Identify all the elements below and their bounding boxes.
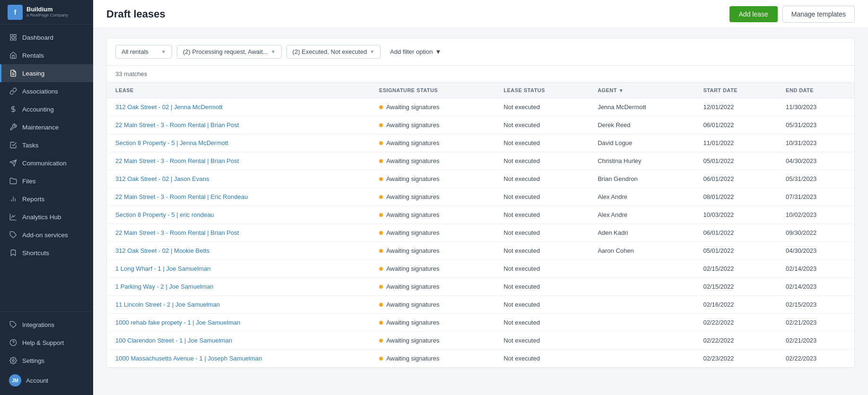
lease-status-cell: Not executed xyxy=(495,350,589,368)
lease-link[interactable]: 22 Main Street - 3 - Room Rental | Eric … xyxy=(115,193,248,200)
th-esignature_status: ESIGNATURE STATUS xyxy=(371,83,495,98)
status-filter[interactable]: (2) Processing request, Await... ▼ xyxy=(177,45,282,59)
lease-link[interactable]: Section 8 Property - 5 | Jenna McDermott xyxy=(115,139,228,146)
sidebar-item-label: Rentals xyxy=(22,52,44,59)
table-row: 1000 rehab fake propety - 1 | Joe Samuel… xyxy=(107,314,854,332)
status-dot xyxy=(379,159,383,163)
th-start_date: START DATE xyxy=(694,83,777,98)
table-row: 312 Oak Street - 02 | Jenna McDermott Aw… xyxy=(107,98,854,116)
top-bar: Draft leases Add lease Manage templates xyxy=(93,0,868,28)
sidebar-item-label: Reports xyxy=(22,196,44,203)
lease-status-cell: Not executed xyxy=(495,314,589,332)
sidebar-item-label: Files xyxy=(22,178,36,185)
table-row: 100 Clarendon Street - 1 | Joe Samuelman… xyxy=(107,332,854,350)
lease-link[interactable]: 100 Clarendon Street - 1 | Joe Samuelman xyxy=(115,337,232,344)
status-dot xyxy=(379,177,383,181)
sidebar-item-files[interactable]: Files xyxy=(0,172,93,190)
sidebar-item-account[interactable]: JM Account xyxy=(0,369,93,391)
esig-status-cell: Awaiting signatures xyxy=(371,332,495,350)
add-filter-option[interactable]: Add filter option ▼ xyxy=(385,45,446,58)
start-date-cell: 06/01/2022 xyxy=(694,116,777,134)
agent-cell: Brian Gendron xyxy=(589,170,694,188)
lease-link[interactable]: 22 Main Street - 3 - Room Rental | Brian… xyxy=(115,121,239,129)
lease-status-cell: Not executed xyxy=(495,224,589,242)
table-row: 22 Main Street - 3 - Room Rental | Brian… xyxy=(107,224,854,242)
lease-link[interactable]: 312 Oak Street - 02 | Mookie Betts xyxy=(115,247,209,254)
lease-link[interactable]: 312 Oak Street - 02 | Jason Evans xyxy=(115,175,209,182)
sidebar-bottom: Integrations Help & Support Settings JM … xyxy=(0,311,93,395)
table-body: 312 Oak Street - 02 | Jenna McDermott Aw… xyxy=(107,98,854,368)
status-dot xyxy=(379,267,383,271)
esig-status-label: Awaiting signatures xyxy=(386,103,440,111)
table-row: 22 Main Street - 3 - Room Rental | Brian… xyxy=(107,152,854,170)
sidebar-item-accounting[interactable]: Accounting xyxy=(0,100,93,118)
sidebar-item-shortcuts[interactable]: Shortcuts xyxy=(0,244,93,262)
lease-cell: 312 Oak Street - 02 | Mookie Betts xyxy=(107,242,371,260)
agent-cell: Christina Hurley xyxy=(589,152,694,170)
th-agent[interactable]: AGENT▼ xyxy=(589,83,694,98)
sidebar-item-label: Accounting xyxy=(22,106,54,113)
lease-link[interactable]: 312 Oak Street - 02 | Jenna McDermott xyxy=(115,103,223,111)
sidebar-nav: Dashboard Rentals Leasing Associations A… xyxy=(0,25,93,311)
start-date-cell: 02/15/2022 xyxy=(694,278,777,296)
lease-link[interactable]: 22 Main Street - 3 - Room Rental | Brian… xyxy=(115,157,239,164)
lease-cell: 22 Main Street - 3 - Room Rental | Brian… xyxy=(107,116,371,134)
leases-table: LEASEESIGNATURE STATUSLEASE STATUSAGENT▼… xyxy=(107,83,854,368)
send-icon xyxy=(9,159,17,167)
executed-filter[interactable]: (2) Executed, Not executed ▼ xyxy=(286,45,381,59)
esig-status-cell: Awaiting signatures xyxy=(371,296,495,314)
manage-templates-button[interactable]: Manage templates xyxy=(782,6,855,23)
sidebar-item-dashboard[interactable]: Dashboard xyxy=(0,28,93,46)
add-filter-chevron: ▼ xyxy=(435,48,441,55)
sidebar-item-leasing[interactable]: Leasing xyxy=(0,64,93,82)
esig-status-label: Awaiting signatures xyxy=(386,139,440,146)
lease-cell: 312 Oak Street - 02 | Jenna McDermott xyxy=(107,98,371,116)
brand-name: Buildium xyxy=(26,6,68,13)
sidebar-item-associations[interactable]: Associations xyxy=(0,82,93,100)
lease-link[interactable]: 1000 Massachusetts Avenue - 1 | Joseph S… xyxy=(115,355,262,362)
lease-link[interactable]: 1 Parking Way - 2 | Joe Samuelman xyxy=(115,283,213,290)
start-date-cell: 06/01/2022 xyxy=(694,170,777,188)
executed-filter-label: (2) Executed, Not executed xyxy=(293,48,367,55)
start-date-cell: 02/22/2022 xyxy=(694,332,777,350)
rentals-filter-chevron: ▼ xyxy=(161,49,166,54)
esig-status-label: Awaiting signatures xyxy=(386,283,440,290)
esig-status-label: Awaiting signatures xyxy=(386,193,440,200)
table-row: 1000 Massachusetts Avenue - 1 | Joseph S… xyxy=(107,350,854,368)
sidebar-item-settings[interactable]: Settings xyxy=(0,352,93,369)
add-lease-button[interactable]: Add lease xyxy=(729,6,778,22)
lease-link[interactable]: 22 Main Street - 3 - Room Rental | Brian… xyxy=(115,229,239,236)
sidebar-item-label: Communication xyxy=(22,160,67,167)
start-date-cell: 10/03/2022 xyxy=(694,206,777,224)
lease-status-cell: Not executed xyxy=(495,278,589,296)
sidebar-item-add-on-services[interactable]: Add-on services xyxy=(0,226,93,244)
sidebar-item-reports[interactable]: Reports xyxy=(0,190,93,208)
start-date-cell: 02/16/2022 xyxy=(694,296,777,314)
sidebar-item-integrations[interactable]: Integrations xyxy=(0,316,93,334)
end-date-cell: 02/14/2023 xyxy=(777,260,854,278)
lease-link[interactable]: 11 Lincoln Street - 2 | Joe Samuelman xyxy=(115,301,220,308)
sidebar-item-communication[interactable]: Communication xyxy=(0,154,93,172)
end-date-cell: 07/31/2023 xyxy=(777,188,854,206)
lease-cell: Section 8 Property - 5 | Jenna McDermott xyxy=(107,134,371,152)
sidebar-item-analytics-hub[interactable]: Analytics Hub xyxy=(0,208,93,226)
lease-link[interactable]: 1 Long Wharf - 1 | Joe Samuelman xyxy=(115,265,210,272)
end-date-cell: 04/30/2023 xyxy=(777,152,854,170)
sidebar-item-tasks[interactable]: Tasks xyxy=(0,136,93,154)
sidebar-item-maintenance[interactable]: Maintenance xyxy=(0,118,93,136)
lease-link[interactable]: 1000 rehab fake propety - 1 | Joe Samuel… xyxy=(115,319,240,326)
esig-status-cell: Awaiting signatures xyxy=(371,278,495,296)
rentals-filter[interactable]: All rentals ▼ xyxy=(115,45,172,59)
sidebar-item-rentals[interactable]: Rentals xyxy=(0,46,93,64)
sidebar-item-help-support[interactable]: Help & Support xyxy=(0,334,93,352)
home-icon xyxy=(9,51,17,60)
start-date-cell: 12/01/2022 xyxy=(694,98,777,116)
sidebar-item-label: Leasing xyxy=(22,70,44,77)
lease-status-cell: Not executed xyxy=(495,260,589,278)
help-circle-icon xyxy=(9,338,17,347)
lease-status-cell: Not executed xyxy=(495,170,589,188)
lease-link[interactable]: Section 8 Property - 5 | eric rondeau xyxy=(115,211,214,218)
start-date-cell: 02/23/2022 xyxy=(694,350,777,368)
bar-chart-icon xyxy=(9,195,17,203)
link-icon xyxy=(9,87,17,95)
